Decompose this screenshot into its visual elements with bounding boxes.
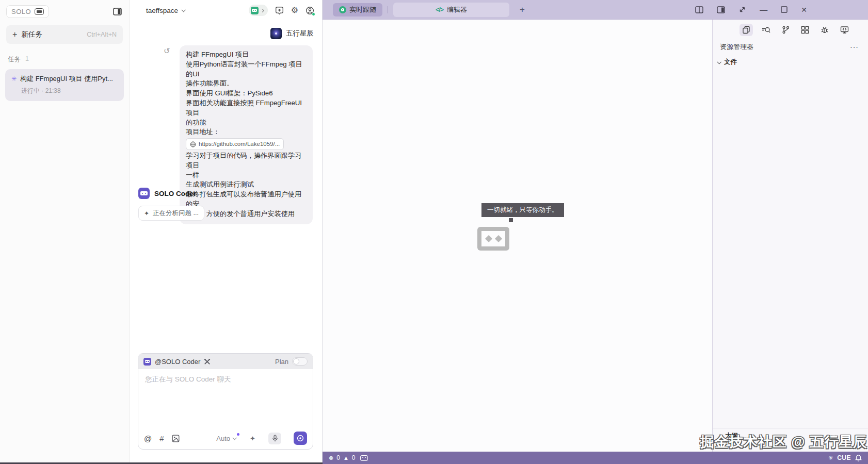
chevron-down-icon (182, 8, 186, 12)
agent-mode-pill[interactable] (249, 5, 268, 16)
editor-tabs: 实时跟随 </> 编辑器 + (323, 3, 525, 17)
online-status-dot (312, 12, 315, 16)
outline-section-header[interactable]: 大纲 (713, 428, 868, 440)
chat-input[interactable]: 您正在与 SOLO Coder 聊天 (138, 369, 313, 390)
user-avatar (270, 28, 282, 39)
github-link-url: https://github.com/Lake1059/... (199, 139, 280, 149)
placeholder-robot-icon (477, 227, 509, 251)
attach-image-icon[interactable] (172, 435, 180, 442)
tab-live-follow-label: 实时跟随 (349, 5, 376, 14)
workspace-selector[interactable]: taeffspace (146, 7, 185, 14)
maximize-button[interactable] (781, 6, 787, 13)
retry-message-icon[interactable]: ↺ (164, 46, 170, 56)
mic-icon (272, 435, 278, 442)
files-section-label: 文件 (724, 58, 737, 67)
sparkle-icon: ✦ (144, 210, 149, 217)
chevron-down-icon (233, 436, 237, 440)
editor-top-bar: 实时跟随 </> 编辑器 + — ✕ (323, 0, 868, 20)
tooltip-tail (509, 218, 513, 222)
account-icon[interactable] (306, 6, 314, 15)
app-window: SOLO + 新任务 Ctrl+Alt+N 任务 1 ✳ 构建 FFmpegUI… (0, 0, 868, 464)
message-line: 一样 (186, 171, 307, 180)
status-bar: ⊗ 0 ▲ 0 ✳ CUE (323, 452, 868, 464)
task-item[interactable]: ✳ 构建 FFmpegUI 项目 使用Pyt... 进行中 · 21:38 (5, 69, 124, 101)
message-line: 构建 FFmpegUI 项目 (186, 50, 307, 60)
message-line: 项目地址： (186, 127, 307, 137)
chat-panel: taeffspace ⚙ 五行星辰 ↺ (129, 0, 323, 462)
message-line: 最终打包生成可以发布给普通用户使用的安 (186, 190, 307, 209)
split-editor-icon[interactable] (695, 6, 703, 13)
tab-editor[interactable]: </> 编辑器 (393, 3, 509, 17)
source-control-icon[interactable] (779, 24, 792, 36)
voice-input-button[interactable] (268, 433, 281, 444)
chevron-down-icon (717, 60, 721, 64)
message-line: 界面使用 GUI框架：PySide6 (186, 89, 307, 98)
agent-name: SOLO Coder (154, 190, 196, 197)
mention-label: @SOLO Coder (155, 358, 200, 366)
files-icon[interactable] (740, 24, 753, 36)
close-button[interactable]: ✕ (801, 6, 807, 14)
toggle-panel-icon[interactable] (717, 6, 725, 13)
message-line: 学习对于项目的代码，操作界面跟学习项目 (186, 151, 307, 171)
explorer-header: 资源管理器 ··· (713, 36, 868, 52)
plan-toggle[interactable] (292, 357, 308, 366)
new-task-label: 新任务 (21, 30, 42, 39)
globe-icon (190, 141, 196, 147)
message-line: 使用Python语言封装一个FFmpeg 项目的UI (186, 60, 307, 79)
task-status: 进行中 · 21:38 (11, 87, 118, 95)
model-selector[interactable]: Auto (216, 435, 236, 442)
solo-robot-icon (35, 8, 44, 15)
minimize-button[interactable]: — (760, 5, 767, 14)
search-icon[interactable] (759, 24, 773, 36)
tools-icon[interactable] (204, 358, 211, 365)
solo-status-robot-icon[interactable] (360, 455, 368, 461)
send-icon (297, 435, 304, 442)
user-name: 五行星辰 (286, 29, 314, 38)
tab-divider (388, 6, 388, 13)
agent-robot-icon (251, 7, 259, 14)
cue-star-icon: ✳ (828, 455, 833, 461)
context-hash-icon[interactable]: # (159, 435, 164, 442)
new-tab-button[interactable]: + (520, 5, 525, 15)
cue-label[interactable]: CUE (837, 454, 851, 461)
problems-status[interactable]: ⊗ 0 ▲ 0 (329, 454, 368, 461)
mention-at-icon[interactable]: @ (144, 435, 152, 442)
new-chat-icon[interactable] (275, 6, 284, 15)
error-count: 0 (336, 454, 340, 461)
explorer-panel: 资源管理器 ··· 文件 大纲 (713, 20, 868, 452)
github-link-chip[interactable]: https://github.com/Lake1059/... (186, 138, 284, 150)
solo-coder-avatar (138, 188, 150, 199)
user-message-bubble: 构建 FFmpegUI 项目 使用Python语言封装一个FFmpeg 项目的U… (180, 45, 313, 224)
extensions-icon[interactable] (798, 24, 812, 36)
chat-input-header: @SOLO Coder Plan (138, 354, 313, 369)
files-section-header[interactable]: 文件 (713, 52, 868, 67)
plus-icon: + (12, 30, 17, 39)
notifications-bell-icon[interactable] (855, 454, 862, 461)
chevron-right-icon (261, 8, 264, 12)
send-button[interactable] (294, 432, 307, 445)
analyzing-status-chip: ✦ 正在分析问题 ... (138, 206, 204, 221)
code-icon: </> (436, 6, 443, 13)
solo-logo-badge[interactable]: SOLO (6, 5, 49, 18)
editor-area: 一切就绪，只等你动手。 (323, 20, 713, 452)
analyzing-status-text: 正在分析问题 ... (153, 209, 199, 218)
new-task-button[interactable]: + 新任务 Ctrl+Alt+N (6, 25, 123, 44)
debug-icon[interactable] (818, 24, 831, 36)
enhance-prompt-icon[interactable]: ✦ (250, 435, 255, 442)
explorer-title: 资源管理器 (720, 42, 753, 52)
tab-live-follow[interactable]: 实时跟随 (333, 3, 382, 16)
tasks-count: 1 (25, 55, 29, 64)
statusbar-right: ✳ CUE (828, 454, 862, 461)
toggle-sidebar-icon[interactable] (113, 8, 122, 15)
settings-gear-icon[interactable]: ⚙ (291, 6, 298, 14)
message-line: 的功能 (186, 118, 307, 128)
chevron-right-icon (718, 434, 722, 438)
model-notification-dot (237, 433, 239, 436)
more-actions-icon[interactable]: ··· (850, 43, 859, 51)
solo-logo-label: SOLO (11, 8, 31, 15)
chat-input-container: @SOLO Coder Plan 您正在与 SOLO Coder 聊天 @ # … (138, 353, 313, 450)
live-preview-icon[interactable] (838, 24, 851, 36)
task-spinner-icon: ✳ (11, 76, 17, 82)
chat-input-toolbar: @ # Auto ✦ (138, 427, 313, 449)
collapse-arrows-icon[interactable] (738, 6, 746, 13)
